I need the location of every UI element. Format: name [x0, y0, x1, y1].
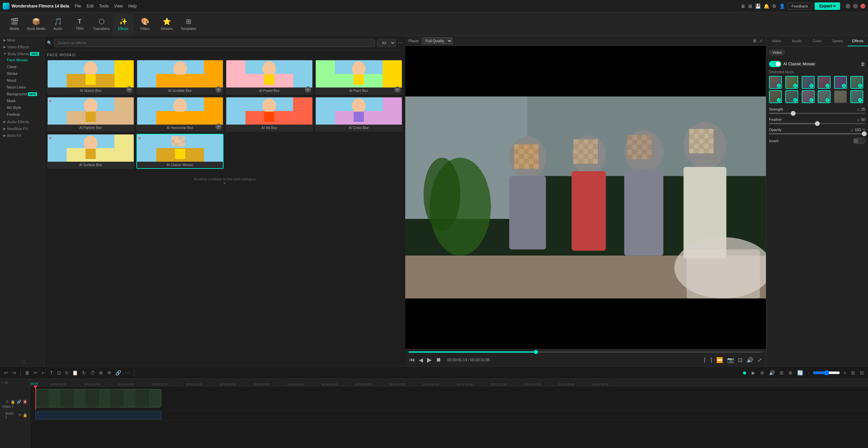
effect-paint-blur[interactable]: AI Paint Blur + [315, 60, 403, 95]
sidebar-item-background[interactable]: Background NEW [0, 91, 44, 97]
sidebar-item-mask[interactable]: Mask [0, 97, 44, 104]
tool-media[interactable]: 🎬 Media [4, 14, 24, 35]
menu-tools[interactable]: Tools [99, 4, 109, 9]
menu-edit[interactable]: Edit [87, 4, 94, 9]
tool-titles[interactable]: T Titles [69, 14, 90, 35]
close-button[interactable] [861, 4, 865, 9]
tool-audio[interactable]: 🎵 Audio [48, 14, 68, 35]
sidebar-section-video-effects[interactable]: ▶ Video Effects [0, 43, 44, 50]
track-link-icon[interactable]: 🔗 [17, 400, 21, 404]
tl-delete-button[interactable]: 🗑 [23, 369, 31, 376]
face-thumb-8[interactable]: ✓ [785, 90, 798, 103]
face-thumb-11[interactable] [834, 90, 847, 103]
menu-view[interactable]: View [114, 4, 123, 9]
maximize-button[interactable] [853, 4, 858, 9]
save-icon[interactable]: 💾 [755, 3, 761, 9]
face-thumb-10[interactable]: ✓ [818, 90, 831, 103]
tl-trim-button[interactable]: ⊢ [40, 369, 47, 376]
track-lock-icon[interactable]: 🔒 [11, 400, 15, 404]
audio-clip[interactable] [35, 411, 161, 419]
timeline-zoom-slider[interactable] [813, 370, 840, 375]
tl-text-button[interactable]: T [49, 369, 54, 376]
sidebar-section-boris-fx[interactable]: ▶ Boris FX [0, 131, 44, 138]
video-clip[interactable] [35, 389, 161, 407]
prev-frame-button[interactable]: ◀ [418, 356, 424, 364]
effect-particle-blur[interactable]: AI Particle Blur ♥ [47, 97, 134, 132]
delete-effect-button[interactable]: 🗑 [861, 61, 865, 67]
sidebar-item-clone[interactable]: Clone [0, 63, 44, 70]
effect-cross-blur[interactable]: AI Cross Blur [315, 97, 403, 132]
tab-video[interactable]: Video [766, 36, 787, 46]
progress-bar[interactable] [409, 351, 763, 353]
effect-enable-toggle[interactable] [769, 61, 781, 67]
sidebar-section-body-effects[interactable]: ▼ Body Effects NEW [0, 50, 44, 57]
strength-keyframe-icon[interactable]: ◇ [857, 108, 860, 111]
sidebar-item-festival[interactable]: Festival [0, 111, 44, 118]
menu-file[interactable]: File [75, 4, 81, 9]
strength-handle[interactable] [791, 111, 796, 116]
face-thumb-4[interactable]: ✓ [818, 76, 831, 89]
sidebar-item-art-style[interactable]: Art Style [0, 104, 44, 111]
effect-sketch-blur[interactable]: AI Sketch Blur + [47, 60, 134, 95]
tl-play-range-button[interactable]: ▶ [750, 369, 757, 376]
prev-clip-button[interactable]: ⏪ [716, 356, 724, 364]
tl-zoom-button[interactable]: ⊕ [98, 369, 104, 376]
menu-help[interactable]: Help [128, 4, 137, 9]
track-mute-icon[interactable]: 🔇 [23, 400, 28, 404]
effect-classic-mosaic[interactable]: AI Classic Mosaic ♥ [136, 134, 224, 169]
preview-layout-icon[interactable]: ⊞ [753, 38, 756, 43]
tl-snap-button[interactable]: ⊞ [778, 369, 785, 376]
feedback-button[interactable]: Feedback [788, 3, 812, 10]
effect-pastel-blur[interactable]: AI Pastel Blur + [226, 60, 313, 95]
tab-color[interactable]: Color [807, 36, 828, 46]
effect-ink-blur[interactable]: AI Ink Blur [226, 97, 313, 132]
tl-speed-button[interactable]: ⏱ [89, 369, 96, 376]
sidebar-section-audio-effects[interactable]: ▶ Audio Effects [0, 118, 44, 125]
face-thumb-5[interactable]: ✓ [834, 76, 847, 89]
bell-icon[interactable]: 🔔 [764, 3, 769, 9]
effect-add-paint[interactable]: + [394, 86, 400, 93]
tl-freeze-button[interactable]: ❄ [106, 369, 113, 376]
strength-slider[interactable] [769, 113, 865, 114]
play-button[interactable]: ▶ [426, 355, 432, 364]
tl-loop-button[interactable]: 🔄 [796, 369, 804, 376]
tl-record-button[interactable]: ⏺ [741, 369, 748, 376]
opacity-slider[interactable] [769, 133, 865, 134]
sidebar-item-face-mosaic[interactable]: Face Mosaic [0, 57, 44, 63]
tl-audio-button[interactable]: 🔊 [768, 369, 776, 376]
tool-templates[interactable]: ⊞ Templates [178, 14, 199, 35]
tool-stickers[interactable]: ⭐ Stickers [157, 14, 177, 35]
tl-add-track-button[interactable]: ⊕ [759, 369, 766, 376]
sidebar-item-mood[interactable]: Mood [0, 77, 44, 84]
track-eye-icon[interactable]: 👁 [5, 400, 9, 404]
tool-transitions[interactable]: ⬡ Transitions [91, 14, 112, 35]
effects-filter-select[interactable]: All [377, 39, 396, 47]
effect-surface-blur[interactable]: AI Surface Blur ♥ [47, 134, 134, 169]
tool-effects[interactable]: ✨ Effects [113, 14, 133, 35]
tl-paste-button[interactable]: 📋 [71, 369, 79, 376]
audio-lock-icon[interactable]: 🔒 [23, 413, 28, 417]
tl-redo-button[interactable]: ↪ [11, 369, 18, 376]
invert-toggle[interactable] [853, 138, 865, 144]
snapshot-button[interactable]: 📷 [726, 356, 735, 364]
mark-in-button[interactable]: ⌈ [703, 356, 707, 364]
minimize-button[interactable] [846, 4, 850, 9]
tool-stock-media[interactable]: 📦 Stock Media [26, 14, 46, 35]
tl-split-button[interactable]: ✂ [32, 369, 39, 376]
sidebar-section-mine[interactable]: ▶ Mine [0, 36, 44, 43]
tab-speed[interactable]: Speed [827, 36, 848, 46]
tl-copy-button[interactable]: ⎘ [64, 369, 69, 376]
export-button[interactable]: Export ▾ [815, 2, 840, 10]
tl-link-button[interactable]: 🔗 [114, 369, 122, 376]
user-avatar[interactable]: 👤 [779, 3, 785, 9]
feather-handle[interactable] [815, 121, 820, 126]
opacity-keyframe-icon[interactable]: ◇ [851, 128, 853, 132]
face-thumb-7[interactable]: ✓ [769, 90, 782, 103]
tl-zoom-in-button[interactable]: + [842, 369, 848, 376]
face-thumb-12[interactable]: ✓ [850, 90, 863, 103]
settings-icon[interactable]: ⚙ [772, 3, 776, 9]
sidebar-section-newblue-fx[interactable]: ▶ NewBlue FX [0, 125, 44, 131]
volume-button[interactable]: 🔊 [746, 356, 754, 364]
feather-slider[interactable] [769, 123, 865, 124]
effect-scribble-blur[interactable]: AI Scribble Blur + [136, 60, 224, 95]
